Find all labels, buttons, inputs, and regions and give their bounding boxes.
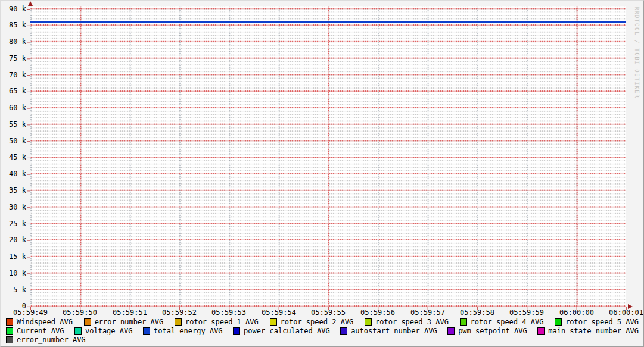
legend-item: rotor speed 1 AVG (175, 318, 259, 326)
legend-item: error_number AVG (6, 336, 86, 344)
y-axis-tick-label: 50 k (1, 137, 26, 145)
legend-label: error_number AVG (95, 318, 164, 326)
legend-row: Windspeed AVG error_number AVG rotor spe… (6, 317, 639, 326)
legend-label: Current AVG (17, 327, 64, 335)
y-axis-tick-label: 45 k (1, 154, 26, 161)
x-axis-tick-label: 05:59:49 (10, 309, 51, 317)
rrdtool-graph: 90 k 85 k 80 k 75 k 70 k 65 k 60 k 55 k … (0, 0, 644, 347)
x-axis-tick-label: 05:59:53 (208, 309, 250, 317)
x-axis-tick-label: 06:00:01 (605, 309, 644, 317)
legend-row: Current AVG voltage AVG total_energy AVG… (6, 326, 639, 335)
legend-swatch (175, 318, 182, 326)
x-axis-tick-label: 05:59:56 (357, 309, 399, 317)
legend-item: Windspeed AVG (6, 318, 73, 326)
y-axis-tick-label: 40 k (1, 170, 26, 178)
y-axis-tick-label: 90 k (1, 5, 26, 13)
plot-area (30, 6, 626, 307)
legend-item: rotor speed 2 AVG (270, 318, 354, 326)
x-axis-tick-label: 05:59:54 (258, 309, 300, 317)
legend-item: rotor speed 3 AVG (365, 318, 449, 326)
legend-swatch (6, 336, 13, 343)
legend-item: power_calculated AVG (233, 327, 330, 335)
legend-swatch (460, 318, 467, 326)
legend-label: total_energy AVG (154, 327, 223, 335)
legend-swatch (555, 318, 562, 326)
y-axis-tick-label: 80 k (1, 38, 26, 46)
legend-label: rotor speed 3 AVG (375, 318, 449, 326)
x-axis-tick-label: 05:59:59 (506, 309, 547, 317)
legend-label: power_calculated AVG (244, 327, 330, 335)
legend-item: pwm_setpoint AVG (447, 327, 527, 335)
legend-item: Current AVG (6, 327, 64, 335)
y-axis-tick-label: 5 k (1, 286, 26, 294)
y-axis-tick-label: 85 k (1, 21, 26, 29)
legend-swatch (365, 318, 372, 326)
legend-swatch (6, 327, 13, 335)
x-axis-tick-label: 05:59:58 (456, 309, 498, 317)
y-axis-line (30, 4, 30, 307)
legend-swatch (233, 327, 240, 335)
y-axis-tick-label: 65 k (1, 87, 26, 95)
legend-label: Windspeed AVG (17, 318, 73, 326)
y-axis-tick-label: 70 k (1, 71, 26, 79)
legend-label: autostart_number AVG (351, 327, 437, 335)
legend-item: autostart_number AVG (340, 327, 437, 335)
legend-swatch (447, 327, 455, 335)
y-axis-tick-label: 55 k (1, 121, 26, 129)
legend-swatch (270, 318, 277, 326)
legend-item: rotor speed 4 AVG (460, 318, 544, 326)
x-axis-tick-label: 05:59:51 (109, 309, 151, 317)
legend-label: rotor speed 1 AVG (185, 318, 259, 326)
y-axis-tick-label: 15 k (1, 253, 26, 261)
legend-item: total_energy AVG (143, 327, 223, 335)
legend-swatch (340, 327, 347, 335)
legend-swatch (537, 327, 545, 335)
legend-swatch (143, 327, 150, 335)
x-axis-tick-label: 05:59:50 (59, 309, 101, 317)
legend-item: error_number AVG (84, 318, 164, 326)
y-axis-tick-label: 75 k (1, 55, 26, 62)
legend-label: rotor speed 4 AVG (471, 318, 544, 326)
legend-label: error_number AVG (17, 336, 86, 344)
legend-row: error_number AVG (6, 335, 639, 344)
x-axis-line (27, 307, 630, 307)
legend-label: pwm_setpoint AVG (458, 327, 527, 335)
y-axis-tick-label: 30 k (1, 204, 26, 211)
legend-label: main_state_number AVG (548, 327, 639, 335)
y-axis-tick-label: 35 k (1, 187, 26, 195)
legend-label: voltage AVG (85, 327, 132, 335)
legend-item: main_state_number AVG (537, 327, 639, 335)
y-axis-arrow-icon (28, 1, 33, 6)
x-axis-tick-label: 06:00:00 (556, 309, 598, 317)
y-axis-tick-label: 25 k (1, 220, 26, 228)
legend-swatch (6, 318, 13, 326)
legend-swatch (84, 318, 91, 326)
x-axis-tick-label: 05:59:55 (307, 309, 349, 317)
legend-item: rotor speed 5 AVG (555, 318, 639, 326)
legend-label: rotor speed 2 AVG (281, 318, 354, 326)
watermark: RRDTOOL / TOBI OETIKER (634, 7, 640, 98)
legend-swatch (74, 327, 82, 335)
y-axis-tick-label: 60 k (1, 104, 26, 112)
total-energy-line (30, 21, 626, 23)
y-axis-tick-label: 20 k (1, 236, 26, 244)
x-axis-tick-label: 05:59:57 (407, 309, 449, 317)
legend-label: rotor speed 5 AVG (565, 318, 639, 326)
y-axis-tick-label: 10 k (1, 270, 26, 277)
legend: Windspeed AVG error_number AVG rotor spe… (6, 317, 639, 344)
legend-item: voltage AVG (74, 327, 132, 335)
x-axis-tick-label: 05:59:52 (158, 309, 200, 317)
